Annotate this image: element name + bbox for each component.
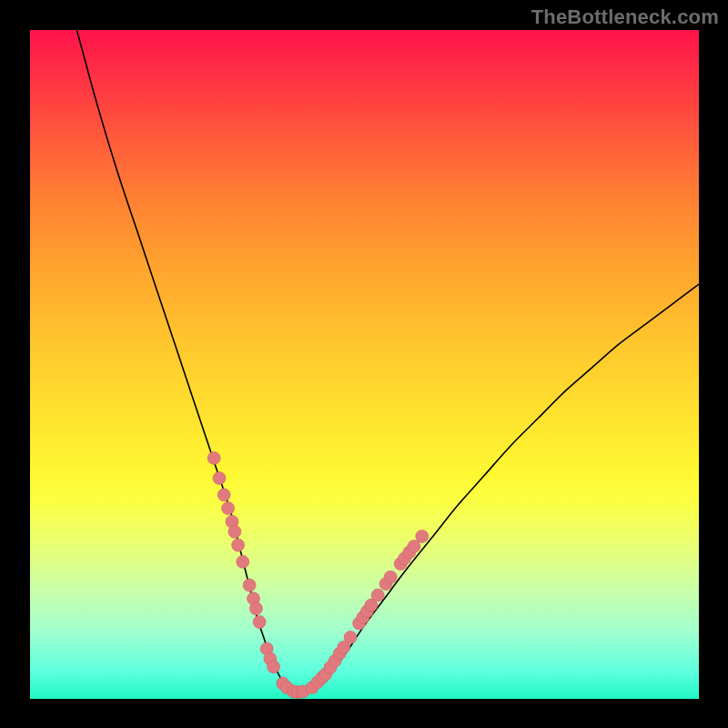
data-point xyxy=(384,571,397,583)
data-point xyxy=(253,615,266,628)
data-point xyxy=(213,471,226,484)
data-point xyxy=(207,451,220,464)
data-point xyxy=(237,555,249,568)
plot-area xyxy=(30,30,699,699)
data-point xyxy=(268,661,280,673)
plot-svg xyxy=(30,30,699,699)
data-point xyxy=(243,579,256,592)
chart-container: TheBottleneck.com xyxy=(0,0,728,728)
data-point xyxy=(344,631,357,643)
data-point xyxy=(228,525,241,538)
data-point xyxy=(232,539,245,551)
watermark-text: TheBottleneck.com xyxy=(531,5,719,29)
data-point xyxy=(371,589,384,602)
data-point xyxy=(249,602,262,615)
data-point xyxy=(222,502,235,515)
main-curve xyxy=(76,30,699,693)
marker-group xyxy=(207,451,429,698)
data-point xyxy=(217,489,230,501)
data-point xyxy=(416,530,429,542)
